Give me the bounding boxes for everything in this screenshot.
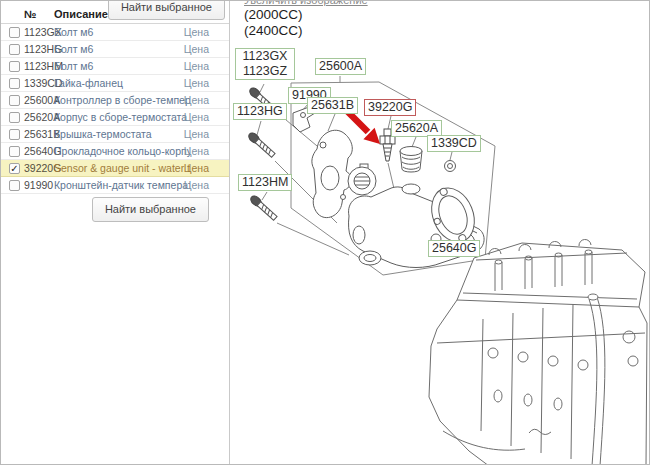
table-row[interactable]: 1123GXБолт м6Цена (1, 24, 229, 41)
table-row[interactable]: ✓39220GSensor & gauge unit - water tempe… (1, 160, 229, 177)
callout-1123gx-1123gz[interactable]: 1123GX 1123GZ (235, 48, 295, 80)
table-row[interactable]: 25640GПрокладочное кольцо-корпус термост… (1, 143, 229, 160)
thermostat-cover-drawing (312, 130, 352, 217)
row-checkbox[interactable] (9, 180, 20, 191)
nut-1339cd-drawing (445, 161, 456, 172)
row-checkbox[interactable]: ✓ (9, 163, 20, 174)
part-description: Крышка-термостата (54, 126, 190, 143)
table-row[interactable]: 25600AКонтроллер в сборе-температури.Цен… (1, 92, 229, 109)
price-link[interactable]: Цена (184, 41, 209, 58)
find-selected-button-bottom[interactable]: Найти выбранное (92, 197, 209, 222)
row-checkbox[interactable] (9, 112, 20, 123)
table-row[interactable]: 25620AКорпус в сборе-термостатаЦена (1, 109, 229, 126)
callout-25640g[interactable]: 25640G (428, 240, 480, 257)
description-column-header: Описание (54, 8, 108, 20)
price-link[interactable]: Цена (184, 58, 209, 75)
row-checkbox[interactable] (9, 95, 20, 106)
row-checkbox[interactable] (9, 61, 20, 72)
callout-1123gx-label: 1123GX (239, 49, 291, 64)
callout-25631b[interactable]: 25631B (307, 97, 358, 114)
cap-25620a-drawing (400, 147, 422, 173)
price-link[interactable]: Цена (184, 143, 209, 160)
callout-1123hg[interactable]: 1123HG (233, 103, 287, 120)
part-description: Контроллер в сборе-температури. (54, 92, 190, 109)
row-checkbox[interactable] (9, 78, 20, 89)
price-link[interactable]: Цена (184, 24, 209, 41)
part-description: Корпус в сборе-термостата (54, 109, 190, 126)
price-link[interactable]: Цена (184, 177, 209, 194)
number-column-header: № (24, 8, 36, 20)
table-header: № Описание (1, 1, 229, 24)
price-link[interactable]: Цена (184, 92, 209, 109)
price-link[interactable]: Цена (184, 126, 209, 143)
row-checkbox[interactable] (9, 129, 20, 140)
part-description: Гайка-фланец (54, 75, 190, 92)
callout-1123hm[interactable]: 1123HM (238, 174, 292, 191)
part-description: Болт м6 (54, 24, 190, 41)
price-link[interactable]: Цена (184, 160, 209, 177)
table-rows: 1123GXБолт м6Цена1123HGБолт м6Цена1123HM… (1, 24, 229, 194)
part-description: Болт м6 (54, 41, 190, 58)
price-link[interactable]: Цена (184, 75, 209, 92)
part-description: Прокладочное кольцо-корпус термостата (54, 143, 190, 160)
bolt-1123hg-drawing (247, 131, 276, 158)
parts-table-panel: Найти выбранное № Описание 1123GXБолт м6… (1, 1, 230, 465)
part-number: 91990 (24, 177, 53, 194)
table-row[interactable]: 25631BКрышка-термостатаЦена (1, 126, 229, 143)
diagram-panel: Увеличить изображение (2000CC) (2400CC) (231, 1, 650, 465)
callout-1123gz-label: 1123GZ (239, 64, 291, 79)
engine-block-drawing (429, 239, 647, 465)
callout-39220g-highlighted[interactable]: 39220G (364, 99, 416, 116)
table-row[interactable]: 1123HMБолт м6Цена (1, 58, 229, 75)
table-row[interactable]: 91990Кронштейн-датчик температуры водыЦе… (1, 177, 229, 194)
table-row[interactable]: 1123HGБолт м6Цена (1, 41, 229, 58)
callout-1339cd[interactable]: 1339CD (427, 135, 481, 152)
row-checkbox[interactable] (9, 146, 20, 157)
row-checkbox[interactable] (9, 44, 20, 55)
callout-25600a[interactable]: 25600A (315, 58, 366, 75)
part-description: Sensor & gauge unit - water temperature (54, 160, 190, 177)
table-row[interactable]: 1339CDГайка-фланецЦена (1, 75, 229, 92)
row-checkbox[interactable] (9, 27, 20, 38)
part-description: Кронштейн-датчик температуры воды (54, 177, 190, 194)
thermostat-drawing (348, 164, 376, 195)
part-description: Болт м6 (54, 58, 190, 75)
price-link[interactable]: Цена (184, 109, 209, 126)
parts-catalog-page: Найти выбранное № Описание 1123GXБолт м6… (0, 0, 650, 465)
